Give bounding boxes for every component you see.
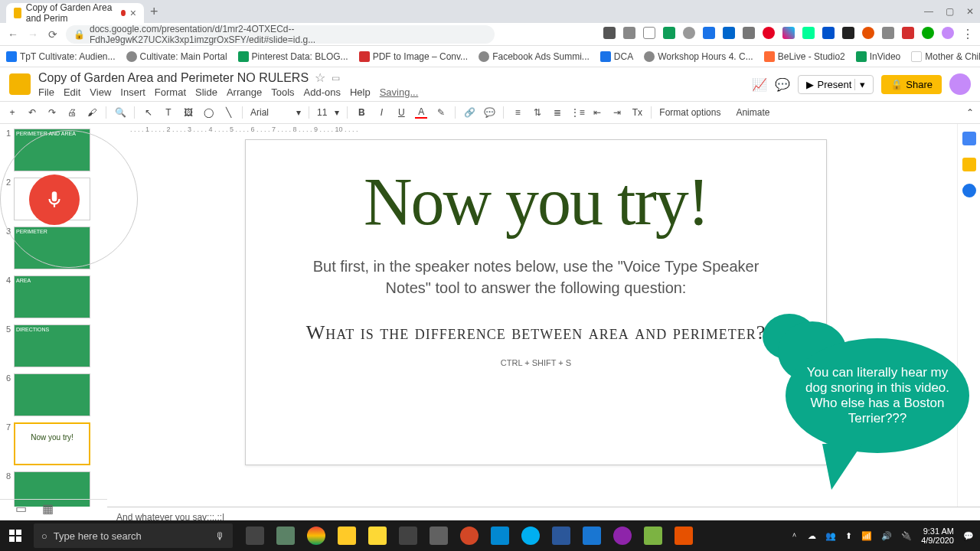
font-dropdown-icon[interactable]: ▾ — [296, 107, 301, 118]
zoom-button[interactable]: 🔍 — [114, 106, 126, 119]
slide-question[interactable]: What is the difference between area and … — [306, 321, 766, 344]
star-icon[interactable]: ☆ — [315, 70, 325, 85]
grid-view-icon[interactable]: ▦ — [42, 501, 54, 516]
ext-icon[interactable] — [683, 27, 695, 39]
back-button[interactable]: ← — [6, 28, 20, 41]
ext-icon[interactable] — [763, 27, 775, 39]
format-options-button[interactable]: Format options — [659, 107, 720, 118]
bookmark-item[interactable]: Mother & Child Grad... — [911, 51, 980, 62]
print-button[interactable]: 🖨 — [66, 106, 78, 119]
ext-icon[interactable] — [663, 27, 675, 39]
taskbar-app[interactable] — [363, 521, 392, 550]
comments-icon[interactable]: 💬 — [775, 77, 790, 92]
bulleted-list-button[interactable]: ⋮≡ — [571, 106, 583, 119]
document-title[interactable]: Copy of Garden Area and Perimeter NO RUL… — [38, 71, 309, 85]
shape-tool[interactable]: ◯ — [202, 106, 214, 119]
ext-icon[interactable] — [862, 27, 874, 39]
tray-icon[interactable]: ☁ — [808, 531, 816, 541]
keep-icon[interactable] — [962, 158, 976, 171]
collapse-toolbar-icon[interactable]: ⌃ — [966, 107, 974, 118]
close-tab-icon[interactable]: × — [130, 7, 136, 19]
ext-icon[interactable] — [703, 27, 715, 39]
ext-icon[interactable] — [623, 27, 635, 39]
taskbar-app[interactable] — [608, 521, 637, 550]
menu-help[interactable]: Help — [350, 86, 371, 98]
menu-slide[interactable]: Slide — [195, 86, 217, 98]
indent-right-button[interactable]: ⇥ — [611, 106, 623, 119]
highlight-button[interactable]: ✎ — [435, 106, 447, 119]
tray-overflow-icon[interactable]: ＾ — [790, 530, 799, 542]
bookmark-item[interactable]: Pinterest Data: BLOG... — [238, 51, 348, 62]
menu-arrange[interactable]: Arrange — [227, 86, 262, 98]
ext-icon[interactable] — [603, 27, 616, 39]
bookmark-item[interactable]: Facebook Ads Summi... — [479, 51, 590, 62]
slides-logo-icon[interactable] — [9, 73, 31, 95]
taskbar-search[interactable]: ○ Type here to search 🎙 — [34, 523, 233, 548]
font-size[interactable]: 11 — [317, 107, 327, 118]
taskbar-powerpoint[interactable] — [455, 521, 484, 550]
redo-button[interactable]: ↷ — [46, 106, 58, 119]
slide-thumb-1[interactable]: 1PERIMETER AND AREA — [3, 129, 104, 171]
indent-left-button[interactable]: ⇤ — [591, 106, 603, 119]
activity-icon[interactable]: 📈 — [752, 77, 767, 92]
select-tool[interactable]: ↖ — [142, 106, 155, 119]
paint-format-button[interactable]: 🖌 — [86, 106, 98, 119]
taskbar-app[interactable] — [424, 521, 453, 550]
filmstrip-view-icon[interactable]: ▭ — [15, 501, 27, 516]
present-button[interactable]: ▶ Present ▾ — [798, 75, 874, 94]
menu-file[interactable]: File — [38, 86, 54, 98]
slide-thumb-6[interactable]: 6 — [3, 373, 104, 416]
menu-edit[interactable]: Edit — [64, 86, 80, 98]
forward-button[interactable]: → — [26, 28, 40, 41]
ext-icon[interactable] — [782, 27, 795, 39]
menu-insert[interactable]: Insert — [120, 86, 145, 98]
bookmark-item[interactable]: Cultivate: Main Portal — [126, 51, 227, 62]
taskbar-chrome[interactable] — [302, 521, 331, 550]
tray-people-icon[interactable]: 👥 — [825, 531, 836, 541]
ext-icon[interactable] — [743, 27, 755, 39]
clear-format-button[interactable]: Tx — [631, 106, 643, 119]
address-bar[interactable]: 🔒 docs.google.com/presentation/d/1mr2-4O… — [66, 25, 495, 44]
tray-volume-icon[interactable]: 🔊 — [881, 531, 892, 541]
line-tool[interactable]: ╲ — [222, 106, 234, 119]
align-button[interactable]: ≡ — [511, 106, 524, 119]
ext-icon[interactable] — [922, 27, 934, 39]
account-avatar[interactable] — [949, 73, 971, 95]
slide-thumb-4[interactable]: 4AREA — [3, 276, 104, 318]
numbered-list-button[interactable]: ≣ — [551, 106, 564, 119]
star-icon[interactable] — [643, 27, 655, 39]
ext-icon[interactable] — [822, 27, 835, 39]
fontsize-dropdown-icon[interactable]: ▾ — [335, 107, 339, 118]
ext-icon[interactable] — [802, 27, 815, 39]
reload-button[interactable]: ⟳ — [46, 28, 60, 41]
italic-button[interactable]: I — [375, 106, 387, 119]
tray-battery-icon[interactable]: 🔌 — [901, 531, 912, 541]
image-tool[interactable]: 🖼 — [182, 106, 194, 119]
menu-view[interactable]: View — [90, 86, 111, 98]
slide-thumb-7[interactable]: 7Now you try! — [3, 422, 104, 465]
new-tab-button[interactable]: + — [150, 4, 158, 20]
link-button[interactable]: 🔗 — [463, 106, 475, 119]
taskbar-app[interactable] — [669, 521, 698, 550]
bookmark-item[interactable]: DCA — [600, 51, 633, 62]
taskbar-clock[interactable]: 9:31 AM 4/9/2020 — [921, 527, 954, 545]
taskbar-app[interactable] — [577, 521, 606, 550]
line-spacing-button[interactable]: ⇅ — [531, 106, 544, 119]
tasks-icon[interactable] — [962, 184, 976, 197]
tray-icon[interactable]: ⬆ — [845, 531, 852, 541]
mic-icon[interactable]: 🎙 — [215, 530, 225, 542]
move-icon[interactable]: ▭ — [332, 73, 340, 83]
browser-avatar[interactable] — [942, 27, 954, 39]
bookmark-item[interactable]: PDF to Image – Conv... — [359, 51, 469, 62]
ext-icon[interactable] — [723, 27, 735, 39]
ext-icon[interactable] — [902, 27, 914, 39]
menu-tools[interactable]: Tools — [271, 86, 294, 98]
browser-tab[interactable]: Copy of Garden Area and Perim × — [6, 3, 144, 23]
taskbar-word[interactable] — [547, 521, 576, 550]
bookmark-item[interactable]: InVideo — [856, 51, 900, 62]
taskbar-camtasia[interactable] — [639, 521, 668, 550]
taskbar-explorer[interactable] — [332, 521, 361, 550]
comment-button[interactable]: 💬 — [483, 106, 495, 119]
bookmark-item[interactable]: Workshop Hours 4. C... — [644, 51, 753, 62]
bookmark-item[interactable]: BeLive - Studio2 — [764, 51, 845, 62]
